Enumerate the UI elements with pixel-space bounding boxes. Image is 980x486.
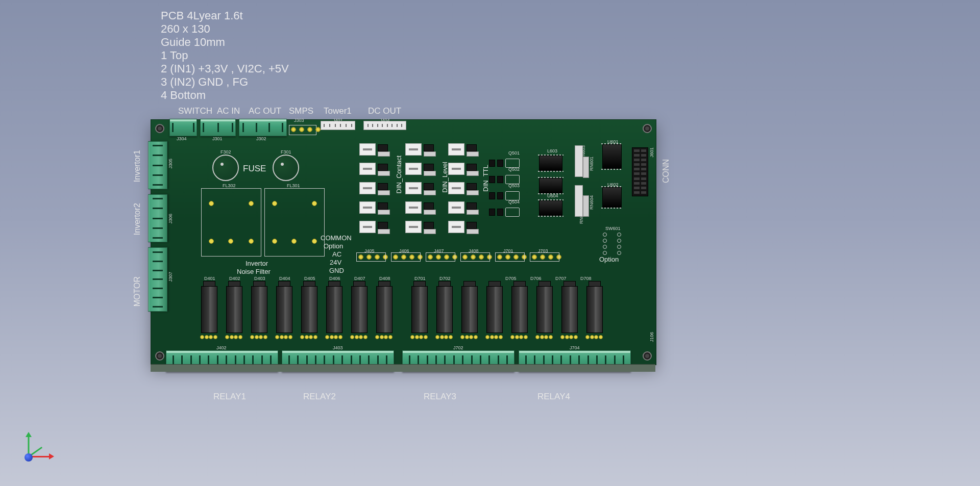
relay-module xyxy=(300,281,317,340)
rn603 xyxy=(575,145,583,177)
axis-gizmo[interactable] xyxy=(20,430,56,466)
relay-module xyxy=(485,281,503,340)
relay-module xyxy=(275,281,292,340)
ref-j301: J301 xyxy=(212,136,223,141)
label-switch: SWITCH xyxy=(178,106,212,116)
silk-gnd: GND xyxy=(329,267,344,274)
relay-module xyxy=(585,281,603,340)
ref-sw601: SW601 xyxy=(605,226,621,231)
hdr-box xyxy=(530,252,559,262)
note-line: Guide 10mm xyxy=(161,36,289,49)
hdr-box xyxy=(495,252,525,262)
mounting-hole-icon xyxy=(643,351,652,361)
ref-d406: D406 xyxy=(329,276,340,281)
noise-filter-fl302 xyxy=(201,188,261,257)
ref-j303: J303 xyxy=(294,118,304,123)
label-dc-out: DC OUT xyxy=(368,106,401,116)
silk-option1: Option xyxy=(324,242,343,250)
din-level-module xyxy=(405,163,438,177)
rn601 xyxy=(583,157,589,178)
viewport-root: PCB 4Lyear 1.6t 260 x 130 Guide 10mm 1 T… xyxy=(0,0,980,486)
hdr-box xyxy=(391,252,421,262)
ref-d705: D705 xyxy=(505,276,517,281)
terminal-motor xyxy=(148,247,167,312)
relay-module xyxy=(325,281,342,340)
relay-module xyxy=(350,281,368,340)
silk-common: COMMON xyxy=(321,234,352,242)
mounting-hole-icon xyxy=(155,351,164,361)
header-smps xyxy=(291,127,321,132)
ref-d706: D706 xyxy=(530,276,542,281)
relay-module xyxy=(225,281,242,340)
terminal-invertor1 xyxy=(148,141,167,189)
ref-j106: J106 xyxy=(649,332,654,342)
noise-filter-fl301 xyxy=(264,188,325,257)
terminal-ac-out xyxy=(239,119,287,136)
note-line: 260 x 130 xyxy=(161,22,289,36)
ref-fl302: FL302 xyxy=(223,183,236,188)
mounting-hole-icon xyxy=(643,124,652,133)
ref-f301: F301 xyxy=(281,149,291,155)
ref-d402: D402 xyxy=(229,276,240,281)
ref-j307: J307 xyxy=(168,272,173,282)
ref-d708: D708 xyxy=(580,276,592,281)
hdr-box xyxy=(460,252,490,262)
fuse-f301 xyxy=(273,155,299,181)
ref-d404: D404 xyxy=(279,276,290,281)
relay-module xyxy=(375,281,393,340)
din-level-module-b xyxy=(448,143,481,158)
silk-ac: AC xyxy=(332,250,341,258)
label-invertor2: Invertor2 xyxy=(133,203,142,235)
terminal-invertor2 xyxy=(148,194,167,242)
axis-arrow-icon xyxy=(26,432,32,437)
din-level-module-b xyxy=(448,221,481,235)
relay-module xyxy=(250,281,267,340)
ic-u601 xyxy=(602,144,622,169)
ref-j601: J601 xyxy=(649,147,654,158)
ref-d707: D707 xyxy=(555,276,567,281)
din-level-module-b xyxy=(448,182,481,196)
ref-q504: Q504 xyxy=(508,199,520,204)
ref-q502: Q502 xyxy=(508,167,520,172)
silk-noise-filter: Noise Filter xyxy=(237,268,271,275)
ref-j402: J402 xyxy=(216,345,227,350)
note-line: 4 Bottom xyxy=(161,89,289,102)
label-relay3: RELAY3 xyxy=(424,392,456,402)
ref-f302: F302 xyxy=(220,149,231,155)
din-level-module xyxy=(405,182,438,196)
note-line: PCB 4Lyear 1.6t xyxy=(161,9,289,22)
hdr-box xyxy=(426,252,455,262)
layer-notes: PCB 4Lyear 1.6t 260 x 130 Guide 10mm 1 T… xyxy=(161,9,289,102)
silk-din-ttl: DIN_TTL xyxy=(482,165,489,192)
silk-24v: 24V xyxy=(330,259,341,266)
terminal-switch xyxy=(169,119,197,136)
silk-option2: Option xyxy=(599,255,619,263)
ref-j403: J403 xyxy=(333,345,343,350)
relay-module xyxy=(200,281,217,340)
ref-j306: J306 xyxy=(168,214,173,224)
note-line: 3 (IN2) GND , FG xyxy=(161,75,289,89)
rn602-box xyxy=(575,185,583,217)
ref-d407: D407 xyxy=(354,276,365,281)
ic-u xyxy=(539,200,562,216)
label-motor: MOTOR xyxy=(133,276,142,306)
ref-d408: D408 xyxy=(379,276,390,281)
relay-module xyxy=(460,281,478,340)
label-invertor1: Invertor1 xyxy=(133,150,142,182)
pcb-edge-thickness xyxy=(151,364,655,372)
ref-rn604: RN604 xyxy=(589,195,594,210)
axis-arrow-icon xyxy=(49,453,54,459)
din-level-module xyxy=(405,221,438,235)
ref-d701: D701 xyxy=(414,276,426,281)
relay-module xyxy=(410,281,428,340)
label-relay2: RELAY2 xyxy=(303,392,336,402)
relay-module xyxy=(510,281,528,340)
ref-d401: D401 xyxy=(204,276,215,281)
ic-u604 xyxy=(539,178,562,193)
relay-module xyxy=(535,281,553,340)
axis-origin-icon xyxy=(24,453,33,462)
ref-j404: J404 xyxy=(380,118,390,123)
silk-invertor: Invertor xyxy=(246,260,268,267)
ref-j704: J704 xyxy=(570,345,580,350)
pcb-board[interactable]: J303 J304 J301 J302 J401 J404 J305 J306 … xyxy=(151,119,656,365)
